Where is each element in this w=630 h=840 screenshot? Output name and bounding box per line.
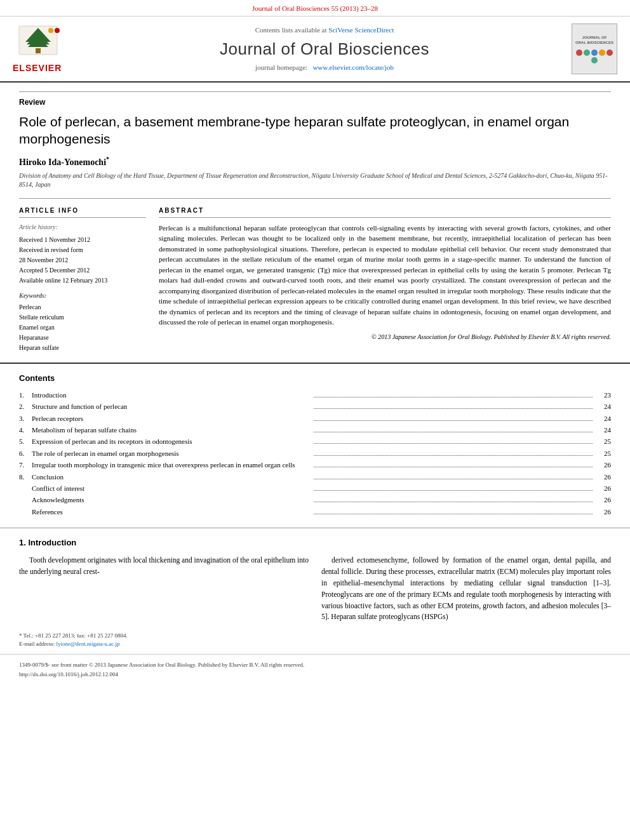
intro-paragraph-1-left: Tooth development originates with local … <box>19 555 309 578</box>
toc-number-2: 2. <box>19 402 32 411</box>
toc-page-8: 26 <box>595 472 611 482</box>
toc-number-6: 6. <box>19 449 32 458</box>
publisher-logo-area: ELSEVIER <box>13 23 95 75</box>
keyword-4: Heparanase <box>19 333 146 342</box>
toc-text-references: References <box>32 507 311 517</box>
accepted-date: Accepted 5 December 2012 <box>19 266 146 275</box>
article-type-label: Review <box>19 91 611 108</box>
toc-number-8: 8. <box>19 472 32 482</box>
footnote-star-line: * Tel.: +81 25 227 2813; fax: +81 25 227… <box>19 632 128 639</box>
revised-date: 28 November 2012 <box>19 256 146 265</box>
table-of-contents: Contents 1. Introduction 23 2. Structure… <box>0 363 630 528</box>
toc-conflict: Conflict of interest 26 <box>19 484 611 493</box>
toc-text-1: Introduction <box>32 390 311 400</box>
journal-header-center: Contents lists available at SciVerse Sci… <box>95 25 554 73</box>
toc-number-1: 1. <box>19 390 32 400</box>
abstract-column: Abstract Perlecan is a multifunctional h… <box>159 206 611 354</box>
toc-dots-acknowledgments <box>314 502 593 502</box>
toc-text-acknowledgments: Acknowledgments <box>32 495 311 505</box>
toc-item-2: 2. Structure and function of perlecan 24 <box>19 402 611 411</box>
introduction-content: Tooth development originates with local … <box>19 555 611 628</box>
footnote: * Tel.: +81 25 227 2813; fax: +81 25 227… <box>19 632 611 648</box>
journal-title: Journal of Oral Biosciences <box>95 37 554 60</box>
toc-number-4: 4. <box>19 425 32 435</box>
toc-text-4: Metabolism of heparan sulfate chains <box>32 425 311 435</box>
journal-bar-text: Journal of Oral Biosciences 55 (2013) 23… <box>252 4 378 12</box>
toc-dots-2 <box>314 408 593 409</box>
toc-page-acknowledgments: 26 <box>595 495 611 505</box>
toc-dots-8 <box>314 479 593 479</box>
page-header: ELSEVIER Contents lists available at Sci… <box>0 17 630 83</box>
toc-dots-references <box>314 514 593 514</box>
toc-page-5: 25 <box>595 437 611 446</box>
toc-item-1: 1. Introduction 23 <box>19 390 611 400</box>
toc-text-6: The role of perlecan in enamel organ mor… <box>32 449 311 458</box>
article-section: Review Role of perlecan, a basement memb… <box>0 83 630 354</box>
toc-item-7: 7. Irregular tooth morphology in transge… <box>19 460 611 470</box>
toc-number-5: 5. <box>19 437 32 446</box>
article-info-abstract: Article Info Article history: Received 1… <box>19 198 611 354</box>
toc-text-3: Perlecan receptors <box>32 414 311 423</box>
toc-page-references: 26 <box>595 507 611 517</box>
keyword-2: Stellate reticulum <box>19 313 146 322</box>
toc-dots-1 <box>314 397 593 397</box>
svg-rect-1 <box>36 48 41 53</box>
author-name: Hiroko Ida-Yonemochi* <box>19 155 611 168</box>
toc-dots-conflict <box>314 490 593 491</box>
toc-acknowledgments: Acknowledgments 26 <box>19 495 611 505</box>
toc-page-conflict: 26 <box>595 484 611 493</box>
intro-column-left: Tooth development originates with local … <box>19 555 309 628</box>
article-history-label: Article history: <box>19 223 146 232</box>
journal-top-bar: Journal of Oral Biosciences 55 (2013) 23… <box>0 0 630 17</box>
footnote-email-label: E-mail address: <box>19 641 55 647</box>
author-affiliation: Division of Anatomy and Cell Biology of … <box>19 171 611 189</box>
toc-text-7: Irregular tooth morphology in transgenic… <box>32 460 311 470</box>
svg-point-6 <box>55 28 60 33</box>
article-info-heading: Article Info <box>19 206 146 218</box>
introduction-heading: 1. Introduction <box>19 537 611 549</box>
received-revised-label: Received in revised form <box>19 246 146 255</box>
toc-item-8: 8. Conclusion 26 <box>19 472 611 482</box>
elsevier-tree-icon <box>13 23 64 61</box>
toc-number-3: 3. <box>19 414 32 423</box>
svg-point-5 <box>48 28 53 33</box>
toc-page-3: 24 <box>595 414 611 423</box>
toc-item-6: 6. The role of perlecan in enamel organ … <box>19 449 611 458</box>
keyword-1: Perlecan <box>19 303 146 312</box>
toc-item-5: 5. Expression of perlecan and its recept… <box>19 437 611 446</box>
sciverse-link[interactable]: SciVerse ScienceDirect <box>328 26 394 34</box>
toc-dots-4 <box>314 432 593 432</box>
keyword-3: Enamel organ <box>19 323 146 332</box>
contents-heading: Contents <box>19 373 611 384</box>
toc-page-6: 25 <box>595 449 611 458</box>
introduction-section: 1. Introduction Tooth development origin… <box>0 528 630 648</box>
toc-dots-6 <box>314 455 593 456</box>
journal-cover-area: JOURNAL OFORAL BIOSCIENCES <box>554 23 617 74</box>
toc-dots-5 <box>314 443 593 444</box>
cover-decoration <box>575 50 614 63</box>
toc-number-7: 7. <box>19 460 32 470</box>
received-date: Received 1 November 2012 <box>19 236 146 244</box>
toc-item-4: 4. Metabolism of heparan sulfate chains … <box>19 425 611 435</box>
footer-issn: 1349-0079/$- see front matter © 2013 Jap… <box>19 661 611 669</box>
toc-text-conflict: Conflict of interest <box>32 484 311 493</box>
intro-paragraph-1-right: derived ectomesenchyme, followed by form… <box>321 555 611 623</box>
elsevier-logo: ELSEVIER <box>13 23 95 75</box>
page-footer: 1349-0079/$- see front matter © 2013 Jap… <box>0 654 630 686</box>
article-info-column: Article Info Article history: Received 1… <box>19 206 146 354</box>
toc-references: References 26 <box>19 507 611 517</box>
footnote-email-link[interactable]: lyione@dent.niigata-u.ac.jp <box>56 641 119 647</box>
intro-column-right: derived ectomesenchyme, followed by form… <box>321 555 611 628</box>
toc-text-5: Expression of perlecan and its receptors… <box>32 437 311 446</box>
journal-homepage-link[interactable]: www.elsevier.com/locate/job <box>312 63 394 71</box>
toc-page-7: 26 <box>595 460 611 470</box>
abstract-text: Perlecan is a multifunctional heparan su… <box>159 223 611 328</box>
abstract-heading: Abstract <box>159 206 611 218</box>
toc-item-3: 3. Perlecan receptors 24 <box>19 414 611 423</box>
sciverse-line: Contents lists available at SciVerse Sci… <box>95 25 554 35</box>
toc-page-2: 24 <box>595 402 611 411</box>
copyright-line: © 2013 Japanese Association for Oral Bio… <box>159 333 611 342</box>
keywords-label: Keywords: <box>19 291 146 300</box>
article-title: Role of perlecan, a basement membrane-ty… <box>19 113 611 148</box>
journal-homepage-line: journal homepage: www.elsevier.com/locat… <box>95 63 554 72</box>
